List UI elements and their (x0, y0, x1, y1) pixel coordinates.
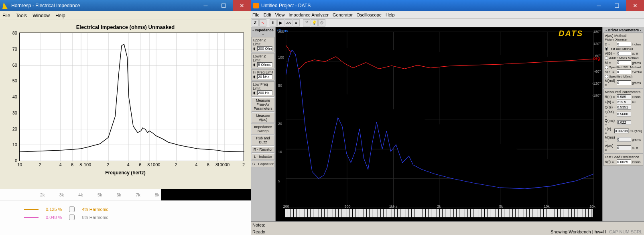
tool-calib-icon[interactable]: ⊙ (318, 19, 325, 27)
hi-freq-input[interactable] (257, 74, 272, 79)
tool-play-icon[interactable]: ▶ (277, 19, 284, 27)
measured-input[interactable] (617, 100, 631, 104)
menu-window[interactable]: Window (33, 13, 50, 18)
hornresp-chart: Electrical Impedance (ohms) Unmasked 0 1… (0, 20, 251, 189)
measure-vas-button[interactable]: Measure V(as) (252, 112, 274, 123)
piston-input[interactable] (617, 42, 631, 47)
spinner-icon[interactable]: ▲▼ (253, 75, 257, 79)
rub-buzz-button[interactable]: Rub and Buzz (252, 135, 274, 145)
m-input[interactable] (617, 60, 631, 65)
deg-label: deg (593, 56, 600, 61)
swatch-icon (24, 209, 39, 210)
legend-label: 8th Harmonic (82, 215, 108, 220)
yl-tick: 20 (278, 122, 282, 126)
chart-title: Electrical Impedance (ohms) Unmasked (4, 24, 247, 30)
radio-mmd[interactable] (605, 75, 608, 78)
measured-input[interactable] (617, 94, 631, 99)
impedance-plot[interactable]: 0 10 20 30 40 50 60 70 80 (19, 33, 244, 161)
menu-impedance[interactable]: Impedance Analyzer (288, 12, 329, 17)
spinner-icon[interactable]: ▲▼ (253, 63, 257, 67)
measured-row: M(ms) =grams (605, 135, 642, 143)
menu-edit[interactable]: Edit (264, 12, 271, 17)
checkbox-4th[interactable] (69, 206, 75, 212)
tick: 5k (98, 192, 102, 197)
tool-bulb-icon[interactable]: 💡 (311, 19, 318, 27)
freq-tick-row: 2k 3k 4k 5k 6k 7k 8k 9k (0, 189, 251, 200)
capacitor-button[interactable]: C - Capacitor (252, 161, 274, 167)
menu-view[interactable]: View (275, 12, 285, 17)
dats-window: Untitled Project - DATS ─ ☐ ✕ File Edit … (251, 0, 644, 235)
tool-z-icon[interactable]: Z (252, 19, 259, 27)
resistor-button[interactable]: R - Resistor (252, 146, 274, 153)
y-tick: 60 (12, 63, 17, 67)
spl-input[interactable] (617, 69, 631, 74)
vas-method-label: V(as) Method (605, 34, 642, 38)
u: inches (632, 43, 641, 46)
inductor-button[interactable]: L - Inductor (252, 153, 274, 160)
tool-bars-icon[interactable]: ≡ (293, 19, 300, 27)
menu-tools[interactable]: Tools (16, 13, 27, 18)
checkbox-8th[interactable] (69, 215, 75, 220)
tick: 2k (40, 192, 45, 197)
u: mH(10k) (630, 129, 642, 133)
k: M = (605, 61, 616, 65)
measured-input[interactable] (614, 129, 629, 133)
x-tick: 8 (79, 162, 82, 167)
maximize-button[interactable]: ☐ (215, 0, 233, 11)
measured-input[interactable] (617, 137, 631, 142)
tool-log-icon[interactable]: LOG (285, 19, 292, 27)
impedance-panel: - Impedance - Upper Z Limit ▲▼ Lower Z L… (251, 27, 276, 221)
notes-row[interactable]: Notes: (251, 221, 644, 228)
menu-oscilloscope[interactable]: Oscilloscope (357, 12, 382, 17)
upper-z-input[interactable] (257, 46, 272, 51)
tool-sine-icon[interactable]: ∿ (259, 19, 266, 27)
yl-tick: 100 (278, 55, 284, 59)
measured-input[interactable] (617, 120, 631, 125)
x-tick: 6 (71, 162, 73, 167)
low-freq-input[interactable] (257, 90, 272, 95)
menu-file[interactable]: File (2, 13, 10, 18)
spinner-icon[interactable]: ▲▼ (253, 47, 257, 51)
tick: 6k (117, 192, 122, 197)
hornresp-titlebar[interactable]: Hornresp - Electrical Impedance ─ ☐ ✕ (0, 0, 251, 11)
maximize-button[interactable]: ☐ (608, 0, 626, 11)
tick: 8k (155, 192, 160, 197)
menu-help[interactable]: Help (386, 12, 395, 17)
minimize-button[interactable]: ─ (590, 0, 608, 11)
close-button[interactable]: ✕ (626, 0, 644, 11)
rt-input[interactable] (617, 159, 631, 164)
measure-freeair-button[interactable]: Measure Free-Air Parameters (252, 97, 274, 112)
impedance-sweep-button[interactable]: Impedance Sweep (252, 124, 274, 134)
measured-input[interactable] (617, 145, 631, 150)
yr-tick: -60° (594, 69, 601, 74)
tool-help-icon[interactable]: ? (303, 19, 310, 27)
swatch-icon (24, 217, 39, 218)
close-button[interactable]: ✕ (233, 0, 251, 11)
vb-input[interactable] (617, 51, 631, 56)
minimize-button[interactable]: ─ (197, 0, 215, 11)
radio-spl[interactable] (605, 65, 608, 69)
lbl: Added Mass Method (609, 56, 638, 60)
mmd-input[interactable] (617, 80, 631, 85)
k: M(ms) = (605, 135, 616, 143)
lower-z-input[interactable] (257, 62, 272, 67)
measured-input[interactable] (617, 112, 631, 116)
dats-titlebar[interactable]: Untitled Project - DATS ─ ☐ ✕ (251, 0, 644, 11)
radio-testbox[interactable] (605, 47, 608, 51)
yr-tick: -120° (592, 82, 601, 86)
menu-help[interactable]: Help (55, 13, 65, 18)
spinner-icon[interactable]: ▲▼ (253, 91, 257, 95)
menu-file[interactable]: File (252, 12, 260, 17)
tool-pause-icon[interactable]: ⏸ (270, 19, 277, 27)
x-tick: 5k (499, 204, 503, 208)
x-tick: 8 (147, 162, 150, 167)
measured-input[interactable] (617, 105, 631, 110)
x-tick: 2 (107, 162, 109, 167)
k: Q(ms) = (605, 119, 616, 127)
radio-addedmass[interactable] (605, 56, 608, 60)
dats-plot[interactable]: Ohms DATS (276, 27, 602, 221)
x-tick: 4 (59, 162, 61, 167)
menu-generator[interactable]: Generator (333, 12, 353, 17)
x-tick: 20k (589, 204, 595, 208)
u: grams (632, 81, 641, 85)
